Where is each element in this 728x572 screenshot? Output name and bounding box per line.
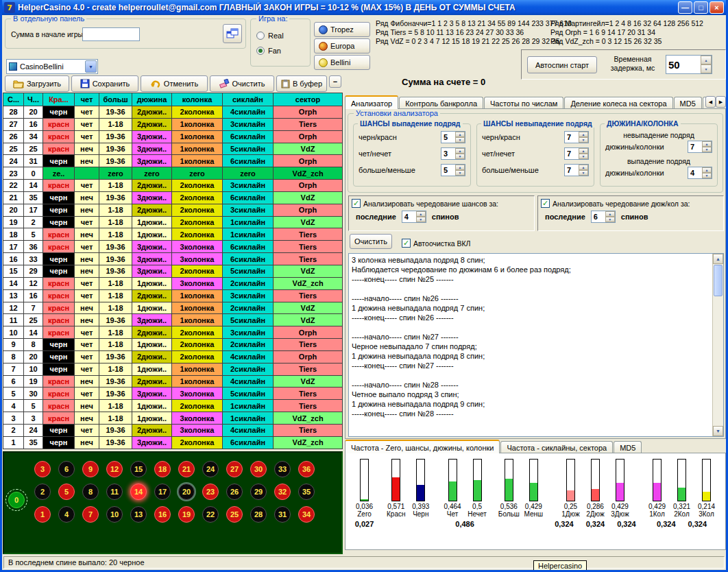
start-sum-input[interactable] xyxy=(82,27,140,41)
board-number-25[interactable]: 25 xyxy=(226,506,243,523)
spinner-up-icon[interactable]: ▲ xyxy=(605,211,615,217)
spinner-input[interactable] xyxy=(666,56,701,73)
board-number-10[interactable]: 10 xyxy=(106,506,123,523)
board-number-34[interactable]: 34 xyxy=(298,506,315,523)
clear-analyzer-button[interactable]: Очистить xyxy=(350,234,392,249)
main-tab[interactable]: Деление колеса на сектора xyxy=(564,97,672,109)
board-number-8[interactable]: 8 xyxy=(82,484,99,500)
analyzer-setting-spinner[interactable]: ▲▼ xyxy=(564,131,589,143)
titlebar[interactable]: 7 HelperCasino 4.0 - create helperroulle… xyxy=(2,0,726,15)
spinner-input[interactable] xyxy=(565,132,579,143)
board-number-33[interactable]: 33 xyxy=(274,461,291,477)
spinner-up-icon[interactable]: ▲ xyxy=(702,141,712,147)
board-number-5[interactable]: 5 xyxy=(58,484,75,500)
tropez-button[interactable]: Tropez xyxy=(314,22,370,37)
spinner-down-icon[interactable]: ▼ xyxy=(605,217,615,222)
spinner-up-icon[interactable]: ▲ xyxy=(579,148,588,154)
minimize-button[interactable]: — xyxy=(678,1,692,14)
scroll-down-icon[interactable]: ▼ xyxy=(713,426,723,436)
casino-select[interactable]: CasinoBellini ▼ xyxy=(6,59,98,74)
board-number-9[interactable]: 9 xyxy=(82,461,99,477)
analyzer-setting-spinner[interactable]: ▲▼ xyxy=(688,141,712,153)
main-tab[interactable]: Анализатор xyxy=(345,95,398,109)
board-number-35[interactable]: 35 xyxy=(298,484,315,500)
spinner-up-icon[interactable]: ▲ xyxy=(579,165,588,170)
board-number-18[interactable]: 18 xyxy=(154,461,171,477)
board-number-13[interactable]: 13 xyxy=(130,506,147,523)
collapse-button[interactable]: − xyxy=(329,75,341,88)
main-tab[interactable]: MD5 xyxy=(674,97,702,109)
spinner-up-icon[interactable]: ▲ xyxy=(701,56,712,64)
spinner-input[interactable] xyxy=(565,148,579,159)
board-number-30[interactable]: 30 xyxy=(250,461,267,477)
autospin-start-button[interactable]: Автоспин старт xyxy=(527,56,597,73)
spinner-input[interactable] xyxy=(441,165,455,176)
board-number-27[interactable]: 27 xyxy=(226,461,243,477)
board-number-0[interactable]: 0 xyxy=(8,492,25,508)
spinner-down-icon[interactable]: ▼ xyxy=(455,137,465,143)
spinner-up-icon[interactable]: ▲ xyxy=(416,211,426,217)
autoclear-checkbox[interactable] xyxy=(402,239,411,248)
alt-dozens-spinner-control[interactable]: ▲▼ xyxy=(591,211,616,223)
alt-dozens-checkbox[interactable] xyxy=(541,199,550,208)
spinner-input[interactable] xyxy=(592,211,605,222)
frequency-tab[interactable]: MD5 xyxy=(614,441,642,453)
alt-chances-spinner-control[interactable]: ▲▼ xyxy=(402,211,426,223)
tab-scroll-right-icon[interactable]: ▶ xyxy=(716,96,726,108)
board-number-21[interactable]: 21 xyxy=(178,461,195,477)
board-number-23[interactable]: 23 xyxy=(202,484,219,500)
spinner-up-icon[interactable]: ▲ xyxy=(455,165,465,170)
board-number-7[interactable]: 7 xyxy=(82,506,99,523)
board-number-24[interactable]: 24 xyxy=(202,461,219,477)
analyzer-setting-spinner[interactable]: ▲▼ xyxy=(688,167,712,179)
spinner-input[interactable] xyxy=(688,167,702,178)
radio-real[interactable]: Real xyxy=(256,32,284,40)
europa-button[interactable]: Europa xyxy=(314,38,370,53)
scroll-up-icon[interactable]: ▲ xyxy=(713,254,723,264)
radio-fan[interactable]: Fan xyxy=(256,47,281,55)
board-number-32[interactable]: 32 xyxy=(274,484,291,500)
alt-chances-spinner[interactable]: ▲▼ xyxy=(402,211,426,223)
spinner-down-icon[interactable]: ▼ xyxy=(702,147,712,152)
analyzer-setting-spinner[interactable]: ▲▼ xyxy=(564,147,589,160)
analyzer-setting-spinner[interactable]: ▲▼ xyxy=(441,164,465,176)
spinner-input[interactable] xyxy=(441,148,455,159)
log-scrollbar[interactable]: ▲ ▼ xyxy=(712,254,723,436)
bellini-button[interactable]: Bellini xyxy=(314,55,370,70)
spinner-down-icon[interactable]: ▼ xyxy=(701,64,712,73)
analyzer-setting-spinner[interactable]: ▲▼ xyxy=(441,147,465,160)
spinner-down-icon[interactable]: ▼ xyxy=(416,217,426,222)
close-button[interactable]: × xyxy=(709,1,724,14)
analyzer-setting-spinner[interactable]: ▲▼ xyxy=(441,131,465,143)
board-number-12[interactable]: 12 xyxy=(106,461,123,477)
board-number-6[interactable]: 6 xyxy=(58,461,75,477)
spinner-down-icon[interactable]: ▼ xyxy=(579,170,588,176)
spinner-down-icon[interactable]: ▼ xyxy=(702,173,712,178)
spinner-up-icon[interactable]: ▲ xyxy=(455,132,465,137)
spinner-input[interactable] xyxy=(402,211,416,222)
board-number-1[interactable]: 1 xyxy=(34,506,51,523)
spinner-down-icon[interactable]: ▼ xyxy=(579,137,588,143)
main-tab[interactable]: Частоты по числам xyxy=(484,97,563,109)
board-number-22[interactable]: 22 xyxy=(202,506,219,523)
spinner-down-icon[interactable]: ▼ xyxy=(455,154,465,159)
board-number-16[interactable]: 16 xyxy=(154,506,171,523)
spinner-input[interactable] xyxy=(565,165,579,176)
copy-buffer-button[interactable]: В буфер xyxy=(276,75,327,92)
analyzer-log[interactable]: 3 колонка невыпадала подряд 8 спин; Набл… xyxy=(348,253,724,437)
board-number-20[interactable]: 20 xyxy=(178,484,195,500)
main-tab[interactable]: Контроль банкролла xyxy=(399,97,483,109)
board-number-17[interactable]: 17 xyxy=(154,484,171,500)
board-number-14[interactable]: 14 xyxy=(130,484,147,500)
undo-button[interactable]: Отменить xyxy=(141,75,208,92)
load-button[interactable]: Загрузить xyxy=(5,75,69,92)
board-number-2[interactable]: 2 xyxy=(34,484,51,500)
spinner-input[interactable] xyxy=(688,141,702,152)
board-number-31[interactable]: 31 xyxy=(274,506,291,523)
frequency-tab[interactable]: Частота - Zero, шансы, дюжины, колонки xyxy=(345,440,500,453)
spinner-input[interactable] xyxy=(441,132,455,143)
board-number-36[interactable]: 36 xyxy=(298,461,315,477)
delay-spinner[interactable]: ▲▼ xyxy=(666,55,712,74)
frequency-tab[interactable]: Частота - сиклайны, сектора xyxy=(500,441,613,453)
tab-scroll-left-icon[interactable]: ◀ xyxy=(705,96,716,108)
